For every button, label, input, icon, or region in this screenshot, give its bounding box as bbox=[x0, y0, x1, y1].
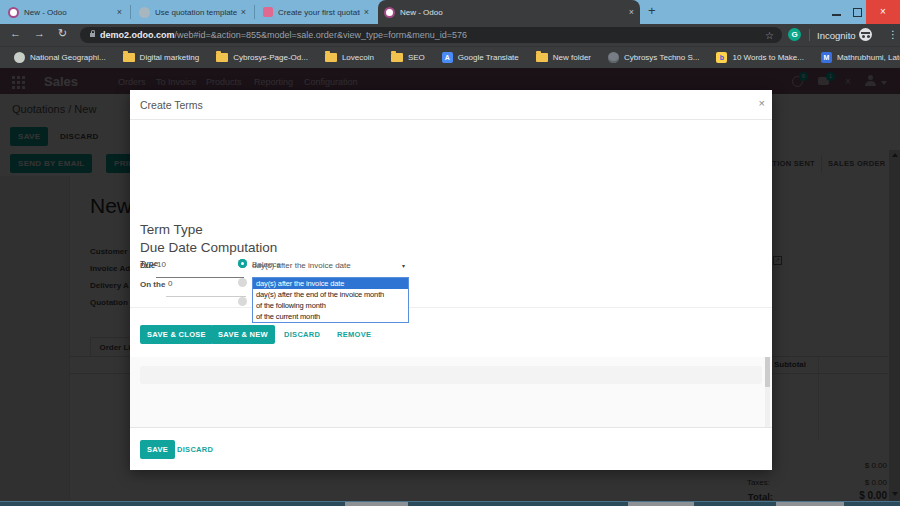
due-label: Due bbox=[140, 261, 155, 270]
bookmark-label: New folder bbox=[553, 53, 591, 62]
section-term-type: Term Type bbox=[140, 222, 203, 237]
incognito-icon bbox=[859, 28, 872, 41]
bookmark-new-folder[interactable]: New folder bbox=[536, 53, 591, 62]
modal-divider bbox=[130, 307, 772, 308]
bookmark-10-words[interactable]: b10 Words to Make... bbox=[716, 52, 803, 63]
document-favicon bbox=[263, 7, 273, 17]
tab-close-icon[interactable]: × bbox=[364, 7, 369, 17]
globe-icon bbox=[608, 52, 619, 63]
bookmark-label: Cybrosys-Page-Od... bbox=[233, 53, 308, 62]
tab-title: Create your first quotation — Od bbox=[278, 8, 360, 17]
discard-line-button[interactable]: DISCARD bbox=[282, 325, 322, 344]
back-icon[interactable]: ← bbox=[10, 27, 21, 39]
browser-tab-2[interactable]: Use quotation templates — Odo × bbox=[133, 0, 252, 24]
browser-menu-icon[interactable]: ⋮ bbox=[888, 29, 898, 40]
url-text[interactable]: demo2.odoo.com/web#id=&action=855&model=… bbox=[100, 30, 467, 40]
lock-icon bbox=[90, 33, 95, 37]
extension-icon[interactable]: G bbox=[788, 28, 801, 41]
radio-percent[interactable] bbox=[238, 278, 247, 287]
on-the-label: On the bbox=[140, 280, 165, 289]
globe-icon bbox=[14, 52, 25, 63]
bookmark-lovecoin[interactable]: Lovecoin bbox=[325, 53, 374, 62]
bookmark-digital-marketing[interactable]: Digital marketing bbox=[123, 53, 200, 62]
address-bar[interactable]: demo2.odoo.com/web#id=&action=855&model=… bbox=[80, 27, 782, 43]
dropdown-option[interactable]: day(s) after the invoice date bbox=[253, 278, 408, 289]
browser-tab-3[interactable]: Create your first quotation — Od × bbox=[257, 0, 375, 24]
due-days-input[interactable] bbox=[157, 260, 242, 269]
bookmark-cybrosys-page[interactable]: Cybrosys-Page-Od... bbox=[216, 53, 308, 62]
dropdown-option[interactable]: of the current month bbox=[253, 311, 408, 322]
strip-segment bbox=[776, 502, 844, 506]
bookmark-cybrosys-techno[interactable]: Cybrosys Techno S... bbox=[608, 52, 699, 63]
bookmark-seo[interactable]: SEO bbox=[391, 53, 425, 62]
modal-footer: SAVE DISCARD bbox=[130, 427, 772, 470]
browser-tab-1[interactable]: New - Odoo × bbox=[2, 0, 128, 24]
radio-fixed-amount[interactable] bbox=[238, 297, 247, 306]
tab-close-icon[interactable]: × bbox=[117, 7, 122, 17]
terms-list-row bbox=[140, 366, 762, 384]
bookmark-label: Google Translate bbox=[458, 53, 519, 62]
bookmark-star-icon[interactable]: ☆ bbox=[765, 30, 774, 41]
incognito-label: Incognito bbox=[817, 30, 856, 41]
modal-discard-button[interactable]: DISCARD bbox=[175, 440, 215, 459]
tab-title: New - Odoo bbox=[24, 8, 113, 17]
select-caret-icon[interactable]: ▾ bbox=[402, 262, 405, 269]
modal-header: Create Terms × bbox=[130, 90, 772, 120]
dropdown-option[interactable]: of the following month bbox=[253, 300, 408, 311]
forward-icon[interactable]: → bbox=[34, 27, 45, 39]
bookmark-label: SEO bbox=[408, 53, 425, 62]
folder-icon bbox=[123, 53, 135, 62]
save-and-new-button[interactable]: SAVE & NEW bbox=[211, 325, 275, 344]
globe-favicon bbox=[139, 7, 150, 18]
url-domain: demo2.odoo.com bbox=[100, 30, 175, 40]
odoo-favicon bbox=[384, 7, 395, 18]
bookmark-label: Cybrosys Techno S... bbox=[624, 53, 699, 62]
remove-button[interactable]: REMOVE bbox=[335, 325, 373, 344]
window-minimize-button[interactable] bbox=[832, 14, 841, 16]
window-close-button[interactable]: × bbox=[866, 0, 900, 24]
bookmark-label: National Geographi... bbox=[30, 53, 106, 62]
folder-icon bbox=[216, 53, 228, 62]
bookmark-label: Mathrubhumi, Late... bbox=[837, 53, 900, 62]
odoo-favicon bbox=[8, 7, 19, 18]
due-type-dropdown: day(s) after the invoice date day(s) aft… bbox=[252, 277, 409, 323]
modal-save-button[interactable]: SAVE bbox=[140, 440, 175, 459]
folder-icon bbox=[536, 53, 548, 62]
strip-segment bbox=[345, 502, 408, 506]
create-terms-modal: Create Terms × Term Type Type Balance Pe… bbox=[130, 90, 772, 470]
modal-close-icon[interactable]: × bbox=[759, 97, 765, 109]
bottom-scroll-strip bbox=[0, 501, 900, 506]
tab-close-icon[interactable]: × bbox=[629, 7, 634, 17]
bookmark-national-geographic[interactable]: National Geographi... bbox=[14, 52, 106, 63]
save-and-close-button[interactable]: SAVE & CLOSE bbox=[140, 325, 213, 344]
dropdown-option[interactable]: day(s) after the end of the invoice mont… bbox=[253, 289, 408, 300]
section-due-date: Due Date Computation bbox=[140, 240, 277, 255]
on-the-input[interactable] bbox=[168, 279, 238, 288]
reload-icon[interactable]: ↻ bbox=[58, 27, 67, 40]
strip-segment bbox=[628, 502, 694, 506]
new-tab-button[interactable]: + bbox=[648, 3, 656, 18]
tab-close-icon[interactable]: × bbox=[241, 7, 246, 17]
document-icon: b bbox=[716, 52, 727, 63]
due-type-select[interactable]: day(s) after the invoice date bbox=[252, 261, 351, 270]
window-maximize-button[interactable] bbox=[853, 8, 862, 17]
browser-tabstrip: New - Odoo × Use quotation templates — O… bbox=[0, 0, 900, 24]
toolbar-separator bbox=[809, 29, 810, 41]
bookmark-google-translate[interactable]: AGoogle Translate bbox=[442, 52, 519, 63]
bookmark-label: Lovecoin bbox=[342, 53, 374, 62]
tab-title: New - Odoo bbox=[400, 8, 625, 17]
modal-title: Create Terms bbox=[140, 99, 203, 111]
m-icon: M bbox=[821, 52, 832, 63]
tab-separator bbox=[130, 5, 131, 19]
bookmark-label: 10 Words to Make... bbox=[732, 53, 803, 62]
panel-scrollbar-thumb[interactable] bbox=[765, 357, 770, 387]
url-path: /web#id=&action=855&model=sale.order&vie… bbox=[175, 30, 467, 40]
bookmarks-bar: National Geographi... Digital marketing … bbox=[0, 46, 900, 68]
translate-icon: A bbox=[442, 52, 453, 63]
tab-title: Use quotation templates — Odo bbox=[155, 8, 237, 17]
bookmark-mathrubhumi[interactable]: MMathrubhumi, Late... bbox=[821, 52, 900, 63]
folder-icon bbox=[391, 53, 403, 62]
bookmark-label: Digital marketing bbox=[140, 53, 200, 62]
tab-separator bbox=[254, 5, 255, 19]
browser-tab-active[interactable]: New - Odoo × bbox=[378, 0, 640, 24]
